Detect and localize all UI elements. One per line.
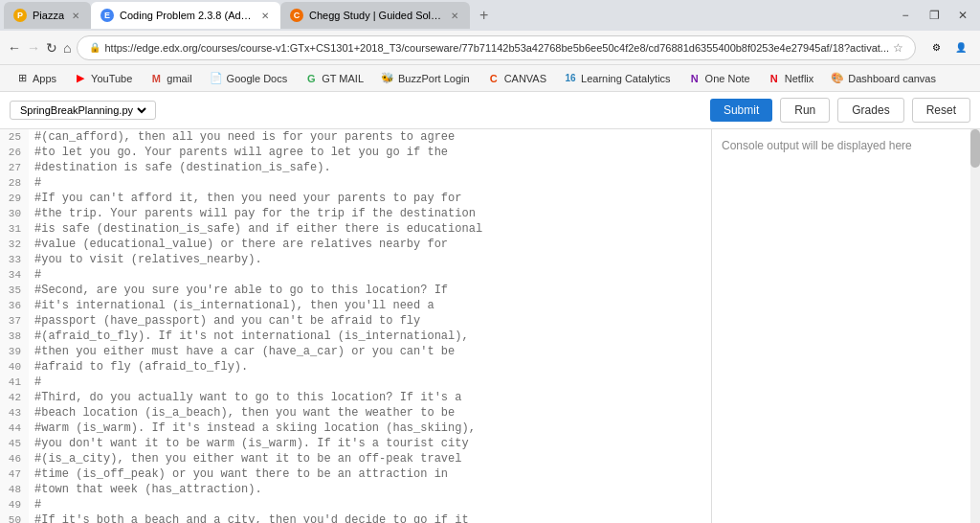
ext-icon-3[interactable]: ⋮ <box>975 37 980 58</box>
gdocs-icon: 📄 <box>210 72 223 85</box>
title-bar: P Piazza ✕ E Coding Problem 2.3.8 (Advan… <box>0 0 980 31</box>
submit-button[interactable]: Submit <box>710 99 772 122</box>
forward-button[interactable]: → <box>27 36 40 59</box>
back-button[interactable]: ← <box>8 36 21 59</box>
line-number: 35 <box>0 283 29 298</box>
line-code: #it's international (is_international), … <box>29 298 434 313</box>
new-tab-button[interactable]: + <box>474 7 494 24</box>
tab-piazza-close[interactable]: ✕ <box>70 9 81 23</box>
url-bar[interactable]: 🔒 https://edge.edx.org/courses/course-v1… <box>77 35 916 60</box>
line-code: # <box>29 497 41 512</box>
output-scrollbar[interactable] <box>970 129 980 523</box>
bookmark-lc[interactable]: 16 Learning Catalytics <box>556 70 679 87</box>
bookmark-onenote[interactable]: N One Note <box>680 70 758 87</box>
code-line: 36#it's international (is_international)… <box>0 298 711 313</box>
lc-icon: 16 <box>564 72 577 85</box>
code-line: 44#warm (is_warm). If it's instead a ski… <box>0 421 711 436</box>
dashcanvas-icon: 🎨 <box>831 72 844 85</box>
bookmark-youtube[interactable]: ▶ YouTube <box>66 70 140 87</box>
line-code: #warm (is_warm). If it's instead a skiin… <box>29 421 476 436</box>
url-text: https://edge.edx.org/courses/course-v1:G… <box>104 42 889 54</box>
code-panel[interactable]: 25#(can_afford), then all you need is fo… <box>0 129 712 523</box>
apps-icon: ⊞ <box>15 72 29 85</box>
line-code: #you don't want it to be warm (is_warm).… <box>29 436 469 451</box>
tab-coding[interactable]: E Coding Problem 2.3.8 (Advance... ✕ <box>91 2 280 29</box>
file-dropdown[interactable]: SpringBreakPlanning.py <box>16 103 149 117</box>
reset-button[interactable]: Reset <box>912 98 970 123</box>
line-number: 47 <box>0 466 29 482</box>
file-selector[interactable]: SpringBreakPlanning.py <box>10 101 156 120</box>
close-button[interactable]: ✕ <box>949 2 976 29</box>
main-area: SpringBreakPlanning.py Submit Run Grades… <box>0 92 980 523</box>
code-line: 30#the trip. Your parents will pay for t… <box>0 206 711 221</box>
line-number: 38 <box>0 329 29 344</box>
line-number: 30 <box>0 206 29 221</box>
code-line: 40#afraid to fly (afraid_to_fly). <box>0 359 711 375</box>
output-scrollbar-thumb <box>970 129 980 168</box>
code-line: 50#If it's both a beach and a city, then… <box>0 512 711 523</box>
bookmark-dashcanvas[interactable]: 🎨 Dashboard canvas <box>823 70 944 87</box>
tab-coding-close[interactable]: ✕ <box>259 9 271 23</box>
bookmark-buzzport[interactable]: 🐝 BuzzPort Login <box>373 70 478 87</box>
code-line: 43#beach location (is_a_beach), then you… <box>0 405 711 421</box>
line-code: #the trip. Your parents will pay for the… <box>29 206 476 221</box>
tab-piazza[interactable]: P Piazza ✕ <box>4 2 91 29</box>
run-button[interactable]: Run <box>780 98 830 123</box>
reload-button[interactable]: ↻ <box>46 36 57 59</box>
tab-chegg[interactable]: C Chegg Study | Guided Solutions... ✕ <box>280 2 470 29</box>
line-number: 36 <box>0 298 29 313</box>
line-number: 44 <box>0 421 29 436</box>
code-line: 45#you don't want it to be warm (is_warm… <box>0 436 711 451</box>
code-line: 29#If you can't afford it, then you need… <box>0 191 711 206</box>
bookmark-canvas-label: CANVAS <box>504 73 546 84</box>
bookmark-gdocs[interactable]: 📄 Google Docs <box>202 70 296 87</box>
bookmark-apps[interactable]: ⊞ Apps <box>8 70 64 87</box>
canvas-icon: C <box>487 72 501 85</box>
star-icon[interactable]: ☆ <box>893 41 903 55</box>
bookmark-canvas[interactable]: C CANVAS <box>479 70 554 87</box>
line-code: # <box>29 175 41 191</box>
bookmark-gtmail[interactable]: G GT MAIL <box>297 70 371 87</box>
buzzport-icon: 🐝 <box>381 72 394 85</box>
line-number: 39 <box>0 344 29 359</box>
code-line: 35#Second, are you sure you're able to g… <box>0 283 711 298</box>
line-number: 41 <box>0 375 29 390</box>
grades-button[interactable]: Grades <box>837 98 903 123</box>
bookmark-gmail[interactable]: M gmail <box>142 70 199 87</box>
extension-icons: ⚙ 👤 ⋮ <box>925 37 980 58</box>
editor-area: 25#(can_afford), then all you need is fo… <box>0 129 980 523</box>
line-code: #you to visit (relatives_nearby). <box>29 252 262 267</box>
ext-icon-1[interactable]: ⚙ <box>925 37 947 58</box>
minimize-button[interactable]: − <box>892 2 919 29</box>
line-number: 37 <box>0 313 29 329</box>
line-number: 40 <box>0 359 29 375</box>
line-code: #beach location (is_a_beach), then you w… <box>29 405 455 421</box>
line-code: # <box>29 267 41 283</box>
code-line: 28# <box>0 175 711 191</box>
bookmark-youtube-label: YouTube <box>91 73 132 84</box>
line-code: #time (is_off_peak) or you want there to… <box>29 466 448 482</box>
code-line: 42#Third, do you actually want to go to … <box>0 390 711 405</box>
output-placeholder: Console output will be displayed here <box>722 139 970 152</box>
code-line: 32#value (educational_value) or there ar… <box>0 237 711 252</box>
ext-icon-2[interactable]: 👤 <box>950 37 971 58</box>
line-number: 28 <box>0 175 29 191</box>
bookmark-apps-label: Apps <box>33 73 56 84</box>
code-line: 27#destination is safe (destination_is_s… <box>0 160 711 175</box>
netflix-icon: N <box>768 72 781 85</box>
tab-chegg-close[interactable]: ✕ <box>449 9 460 23</box>
line-number: 27 <box>0 160 29 175</box>
bookmark-netflix[interactable]: N Netflix <box>760 70 822 87</box>
line-number: 25 <box>0 129 29 145</box>
youtube-icon: ▶ <box>74 72 87 85</box>
code-line: 37#passport (have_passport) and you can'… <box>0 313 711 329</box>
home-button[interactable]: ⌂ <box>63 36 71 59</box>
line-code: #(is_a_city), then you either want it to… <box>29 451 461 466</box>
restore-button[interactable]: ❐ <box>921 2 947 29</box>
editor-toolbar: SpringBreakPlanning.py Submit Run Grades… <box>0 92 980 129</box>
tab-piazza-label: Piazza <box>33 10 64 21</box>
bookmark-dashcanvas-label: Dashboard canvas <box>848 73 936 84</box>
line-code: #afraid to fly (afraid_to_fly). <box>29 359 248 375</box>
line-number: 29 <box>0 191 29 206</box>
line-code: #value (educational_value) or there are … <box>29 237 448 252</box>
